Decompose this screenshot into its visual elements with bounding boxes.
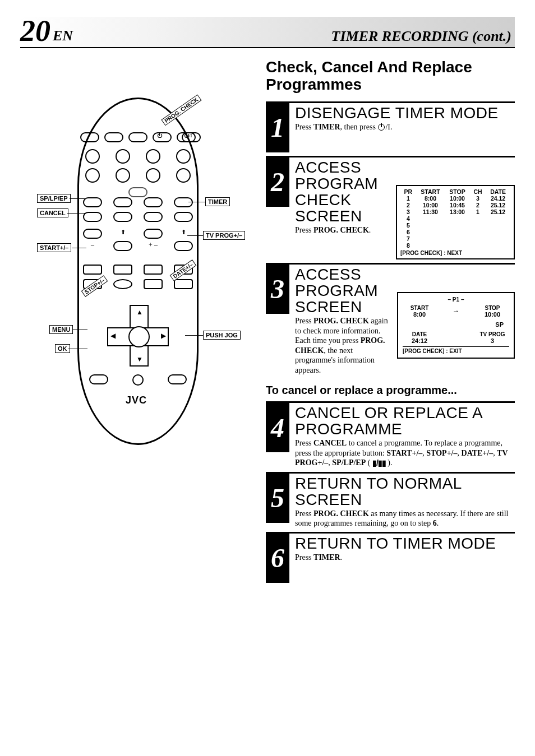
header-title: TIMER RECORDING (cont.) — [331, 28, 511, 46]
step-title: RETURN TO NORMAL SCREEN — [295, 475, 515, 508]
remote-illustration: ⏻ ⏻/I ⬆ ⬆ — [37, 98, 239, 456]
label-sp-lp-ep: SP/LP/EP — [37, 194, 71, 203]
step-1: 1 DISENGAGE TIMER MODE Press TIMER, then… — [266, 101, 515, 152]
step-text: Press PROG. CHECK. — [295, 225, 390, 235]
step-number: 2 — [266, 157, 289, 207]
page-header: 20 EN TIMER RECORDING (cont.) — [20, 17, 515, 48]
power-icon — [378, 124, 385, 131]
step-text: Press TIMER, then press /I. — [295, 122, 515, 132]
step-text: Press PROG. CHECK again to check more in… — [295, 316, 391, 375]
step-number: 6 — [266, 534, 289, 583]
step-text: Press TIMER. — [295, 553, 515, 563]
sub-title: To cancel or replace a programme... — [266, 384, 515, 397]
step-title: RETURN TO TIMER MODE — [295, 535, 515, 551]
step-number: 3 — [266, 265, 289, 314]
step-text: Press PROG. CHECK as many times as neces… — [295, 509, 515, 528]
step-title: ACCESS PROGRAM SCREEN — [295, 266, 391, 315]
step-title: ACCESS PROGRAM CHECK SCREEN — [295, 159, 390, 224]
label-menu: MENU — [49, 325, 73, 334]
osd-footer: [PROG CHECK] : NEXT — [400, 250, 510, 256]
label-push-jog: PUSH JOG — [203, 331, 241, 340]
step-number: 5 — [266, 474, 289, 523]
osd-program-list: PRSTARTSTOPCHDATE18:0010:00324.12210:001… — [396, 185, 515, 259]
step-number: 4 — [266, 403, 289, 452]
label-timer: TIMER — [205, 197, 230, 206]
step-6: 6RETURN TO TIMER MODEPress TIMER. — [266, 532, 515, 583]
label-cancel: CANCEL — [37, 208, 68, 217]
page-lang: EN — [53, 27, 73, 44]
step-5: 5RETURN TO NORMAL SCREENPress PROG. CHEC… — [266, 472, 515, 528]
label-ok: OK — [55, 344, 70, 353]
step-2: 2 ACCESS PROGRAM CHECK SCREEN Press PROG… — [266, 156, 515, 259]
step-text: Press CANCEL to cancel a programme. To r… — [295, 438, 515, 469]
step-number: 1 — [266, 103, 289, 152]
step-title: CANCEL OR REPLACE A PROGRAMME — [295, 405, 515, 437]
label-tv-prog: TV PROG+/– — [203, 231, 245, 240]
label-start: START+/– — [37, 243, 71, 252]
page-number: 20 — [20, 16, 50, 46]
step-4: 4CANCEL OR REPLACE A PROGRAMMEPress CANC… — [266, 401, 515, 469]
step-title: DISENGAGE TIMER MODE — [295, 105, 515, 121]
osd-program-detail: – P1 – START8:00 → STOP10:00 SP DATE24:1… — [397, 292, 515, 359]
step-3: 3 ACCESS PROGRAM SCREEN Press PROG. CHEC… — [266, 263, 515, 375]
brand-logo: JVC — [126, 395, 147, 406]
main-title: Check, Cancel And Replace Programmes — [266, 58, 515, 94]
